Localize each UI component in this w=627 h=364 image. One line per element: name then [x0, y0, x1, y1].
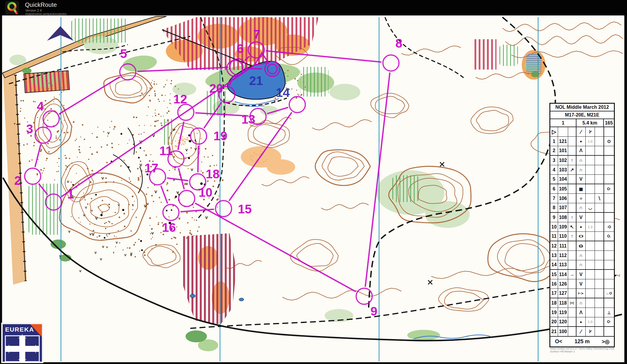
svg-text:v: v: [89, 232, 92, 236]
svg-text:v: v: [205, 215, 208, 220]
svg-text:v: v: [194, 146, 197, 151]
course-climb: 165: [604, 119, 614, 127]
svg-text:20: 20: [209, 81, 223, 95]
svg-text:v: v: [59, 253, 62, 258]
svg-text:v: v: [79, 269, 81, 273]
control-row: 5104V: [550, 175, 614, 184]
svg-text:v: v: [101, 175, 104, 180]
svg-text:v: v: [139, 162, 142, 167]
control-row: 4103↗∩: [550, 165, 614, 175]
svg-text:v: v: [144, 203, 147, 208]
svg-text:2: 2: [14, 174, 21, 187]
svg-text:6: 6: [237, 42, 243, 56]
control-row: 10109↖●1.3·O: [550, 222, 614, 232]
control-row: 1121●1.0O: [550, 137, 614, 146]
svg-text:7: 7: [253, 27, 260, 41]
quickroute-window: { "app": { "title": "QuickRoute", "versi…: [0, 0, 627, 364]
control-row: 6105▩O·: [550, 184, 614, 194]
svg-text:v: v: [151, 230, 154, 235]
svg-text:3: 3: [26, 122, 33, 136]
control-row: 2101Λ: [550, 146, 614, 156]
app-title: QuickRoute: [25, 1, 57, 8]
svg-text:13: 13: [241, 112, 255, 126]
eureka-club-logo: EUREKA: [1, 323, 43, 363]
svg-text:v: v: [95, 215, 98, 220]
control-row: 18118|+|∩: [550, 298, 614, 308]
control-row: 8107∩◡: [550, 203, 614, 213]
app-header: QuickRoute Version 2.4 matstroeng.se/qui…: [0, 0, 627, 15]
course-length: 5.4 km: [576, 119, 604, 127]
control-row: 9108↑V: [550, 213, 614, 222]
control-row: 7106≡∖: [550, 194, 614, 203]
svg-text:v: v: [178, 216, 180, 220]
svg-text:10: 10: [199, 185, 213, 199]
control-description-sheet: NOL Middle March 2012 M17-20E, M21E 1 5.…: [549, 103, 615, 347]
finish-right-symbol: >◎: [597, 337, 614, 346]
svg-text:v: v: [106, 245, 108, 249]
svg-text:v: v: [67, 179, 69, 184]
control-row: 19119Λ⊥: [550, 308, 614, 317]
svg-text:v: v: [83, 213, 85, 217]
svg-text:v: v: [91, 209, 93, 212]
course-summary-row: 1 5.4 km 165: [550, 119, 614, 127]
svg-text:9: 9: [370, 304, 377, 318]
finish-distance: 125 m: [567, 337, 597, 346]
card-footer-text: www.condes.net 8.2.17 Yarra Valley Orien…: [550, 347, 621, 353]
control-row: 17127⊢≻∟O: [550, 289, 614, 298]
class-names: M17-20E, M21E: [550, 111, 614, 119]
app-version: Version 2.4: [25, 9, 42, 12]
svg-text:18: 18: [206, 167, 220, 181]
svg-text:19: 19: [213, 129, 227, 143]
svg-text:v: v: [124, 253, 127, 257]
event-title: NOL Middle March 2012: [550, 104, 614, 111]
finish-left-symbol: O<: [550, 337, 567, 346]
control-row: 16126V: [550, 279, 614, 289]
control-row: 3102↑∩: [550, 156, 614, 165]
svg-text:v: v: [172, 127, 175, 132]
svg-text:v: v: [186, 147, 188, 152]
svg-text:v: v: [154, 189, 157, 194]
svg-text:11: 11: [159, 144, 172, 158]
control-row: 21100∕Y: [550, 327, 614, 336]
svg-text:v: v: [147, 201, 149, 206]
svg-text:4: 4: [37, 99, 44, 113]
svg-text:17: 17: [144, 161, 158, 175]
control-rows: ▷∕Y1121●1.0O2101Λ3102↑∩4103↗∩5104V6105▩O…: [550, 127, 614, 336]
svg-text:21: 21: [249, 74, 263, 88]
svg-text:v: v: [107, 130, 110, 135]
svg-text:v: v: [130, 251, 133, 256]
svg-text:v: v: [116, 240, 118, 245]
svg-text:v: v: [95, 250, 97, 255]
control-row: 12111⊖: [550, 241, 614, 251]
svg-text:8: 8: [395, 36, 402, 50]
svg-text:v: v: [100, 257, 102, 261]
svg-text:v: v: [118, 203, 120, 207]
svg-text:v: v: [68, 229, 71, 234]
svg-text:v: v: [102, 244, 104, 249]
control-row: 20120●1.0O·: [550, 317, 614, 327]
control-row: 13112∩: [550, 251, 614, 260]
start-row: ▷∕Y: [550, 127, 614, 137]
svg-text:v: v: [176, 190, 179, 195]
svg-text:v: v: [85, 205, 87, 209]
map-canvas[interactable]: vvvvvvvvvvvvvvvvvvvvvvvvvvvvvvvvvvvvvvvv…: [0, 0, 627, 364]
svg-text:1: 1: [67, 187, 74, 201]
svg-text:16: 16: [162, 220, 176, 234]
control-row: 14113∩: [550, 260, 614, 270]
course-number: 1: [550, 119, 576, 127]
svg-text:14: 14: [276, 86, 290, 100]
svg-text:12: 12: [173, 92, 187, 106]
svg-text:v: v: [191, 167, 194, 172]
svg-text:5: 5: [120, 47, 127, 61]
control-row: 15114→V: [550, 270, 614, 279]
svg-text:EUREKA: EUREKA: [5, 326, 34, 333]
app-url[interactable]: matstroeng.se/quickroute/en: [25, 12, 67, 16]
svg-text:15: 15: [238, 202, 252, 216]
control-row: 11110↑OO.: [550, 232, 614, 241]
quickroute-q-icon: [5, 1, 19, 15]
svg-text:v: v: [92, 231, 95, 237]
svg-text:v: v: [186, 181, 188, 186]
finish-row: O< 125 m >◎: [550, 336, 614, 346]
